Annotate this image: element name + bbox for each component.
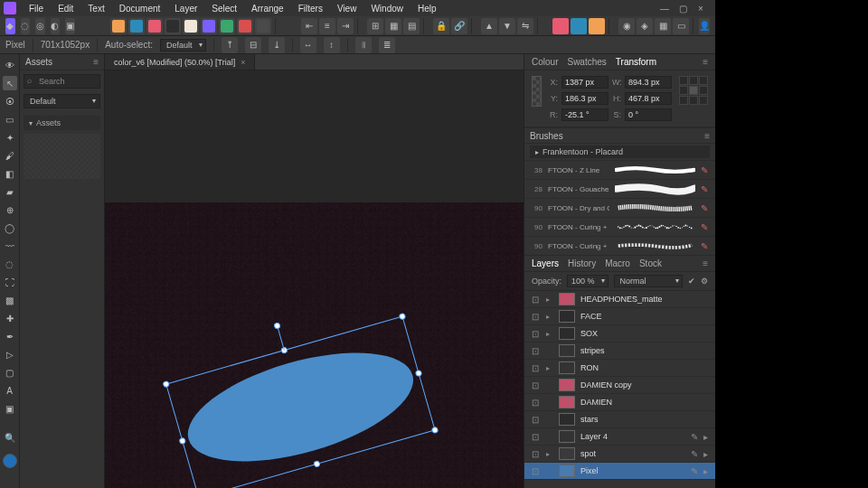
guides-icon[interactable]: ▤ [403,18,420,34]
move-tool-icon[interactable]: ↖ [3,76,17,90]
account-icon[interactable]: 👤 [699,18,710,34]
node-tool-icon[interactable]: ▷ [3,347,17,361]
persona-develop[interactable]: ◎ [35,18,45,34]
palette-swatch-5[interactable] [201,18,217,34]
close-tab-icon[interactable]: × [241,58,245,67]
transform-s[interactable] [625,108,672,121]
selection-tool-icon[interactable]: ▭ [3,112,17,127]
edit-brush-icon[interactable]: ✎ [701,184,708,194]
menu-text[interactable]: Text [80,2,111,15]
layer-row[interactable]: ⊡DAMIEN [524,394,715,411]
layer-row[interactable]: ⊡▸RON [524,360,715,377]
layer-row[interactable]: ⊡Layer 4✎▸ [524,428,715,446]
text-tool-icon[interactable]: A [3,383,17,398]
visibility-icon[interactable]: ⊡ [532,312,541,322]
flood-select-icon[interactable]: ✦ [3,130,17,145]
distribute-v-icon[interactable]: ≣ [379,37,395,53]
order-front-icon[interactable]: ▲ [481,18,497,34]
autoselect-dropdown[interactable]: Default [160,39,206,52]
panel-menu-icon[interactable]: ≡ [704,131,710,141]
panel-menu-icon[interactable]: ≡ [703,258,708,268]
panel-menu-icon[interactable]: ≡ [703,57,708,67]
layer-row[interactable]: ⊡▸spot✎▸ [524,446,715,463]
stock-tab[interactable]: Stock [639,258,662,268]
transform-h[interactable] [625,92,672,105]
assistant-icon[interactable]: ◉ [618,18,635,34]
menu-arrange[interactable]: Arrange [244,2,291,15]
color-picker-icon[interactable]: ⦿ [3,94,17,108]
studio-icon[interactable]: ▦ [655,18,671,34]
palette-swatch-8[interactable] [255,18,271,34]
persona-liquify[interactable]: ◌ [21,18,31,34]
visibility-icon[interactable]: ⊡ [532,415,541,425]
visibility-icon[interactable]: ⊡ [532,380,541,390]
swatch-orange[interactable] [589,18,605,34]
smudge-tool-icon[interactable]: 〰 [3,239,17,253]
spacing-h-icon[interactable]: ↔ [300,37,316,53]
menu-filters[interactable]: Filters [291,2,330,15]
layer-options-icon[interactable]: ▸ [703,466,708,476]
visibility-icon[interactable]: ⊡ [532,432,541,442]
edit-layer-icon[interactable]: ✎ [691,432,698,442]
blend-dropdown[interactable]: Normal [614,275,683,287]
layer-row[interactable]: ⊡▸HEADPHONES_matte [524,291,715,308]
layer-row[interactable]: ⊡stars [524,411,715,428]
maximize-button[interactable]: ▢ [677,4,688,14]
visibility-icon[interactable]: ⊡ [532,398,541,408]
grid-icon[interactable]: ▦ [385,18,401,34]
palette-swatch-1[interactable] [128,18,145,34]
edit-layer-icon[interactable]: ✎ [691,449,698,459]
fill-tool-icon[interactable]: ▰ [3,184,17,199]
menu-view[interactable]: View [330,2,364,15]
brush-tool-icon[interactable]: 🖌 [3,148,17,163]
brush-set-selector[interactable]: Frankentoon - Placard [530,145,710,158]
palette-swatch-2[interactable] [146,18,163,34]
layer-row[interactable]: ⊡DAMIEN copy [524,377,715,394]
colour-tab[interactable]: Colour [532,57,558,67]
persona-photo[interactable]: ◆ [5,18,15,34]
assets-search[interactable]: Search [24,74,100,89]
edit-brush-icon[interactable]: ✎ [701,241,708,251]
history-tab[interactable]: History [568,258,596,268]
brush-row[interactable]: 90FTOON - Curing + Sponge✎ [524,236,715,255]
transform-y[interactable] [561,92,609,105]
transform-w[interactable] [625,76,672,89]
align-left-icon[interactable]: ⇤ [301,18,317,34]
mesh-tool-icon[interactable]: ▩ [3,293,17,307]
menu-edit[interactable]: Edit [51,2,80,15]
palette-swatch-4[interactable] [183,18,199,34]
layer-options-icon[interactable]: ▸ [703,432,708,442]
brush-row[interactable]: 90FTOON - Dry and Chunky✎ [524,198,715,217]
assets-category-dropdown[interactable]: Default [24,94,100,108]
transform-x[interactable] [561,76,609,89]
view-tool-icon[interactable]: 👁 [3,58,17,72]
close-button[interactable]: × [695,4,706,14]
visibility-icon[interactable]: ⊡ [532,329,541,339]
shape-tool-icon[interactable]: ▢ [3,365,17,380]
assets-subcategory[interactable]: Assets [24,116,100,130]
persona-export[interactable]: ▣ [65,18,75,34]
menu-select[interactable]: Select [204,2,244,15]
align-right-icon[interactable]: ⇥ [337,18,354,34]
erase-tool-icon[interactable]: ◧ [3,166,17,181]
toggle-ui-icon[interactable]: ▭ [673,18,689,34]
transform-r[interactable] [561,108,609,121]
menu-file[interactable]: File [22,2,51,15]
healing-tool-icon[interactable]: ✚ [3,311,17,325]
menu-document[interactable]: Document [112,2,168,15]
dodge-tool-icon[interactable]: ◯ [3,221,17,235]
visibility-icon[interactable]: ⊡ [532,295,541,305]
palette-swatch-3[interactable] [165,18,181,34]
visibility-icon[interactable]: ⊡ [532,466,541,476]
macro-tab[interactable]: Macro [605,258,630,268]
menu-help[interactable]: Help [410,2,444,15]
frame-text-icon[interactable]: ▣ [3,401,17,416]
brush-row[interactable]: 28FTOON - Gouache Liner✎ [524,179,715,198]
zoom-tool-icon[interactable]: 🔍 [3,430,17,445]
layer-options-icon[interactable]: ▸ [703,449,708,459]
panel-menu-icon[interactable]: ≡ [93,57,99,67]
document-tab[interactable]: color_v6 [Modified] (50.0%) [Trial] × [105,54,255,70]
preview-icon[interactable]: ◈ [637,18,653,34]
brush-row[interactable]: 38FTOON - Z Line✎ [524,160,715,179]
edit-brush-icon[interactable]: ✎ [701,203,708,213]
